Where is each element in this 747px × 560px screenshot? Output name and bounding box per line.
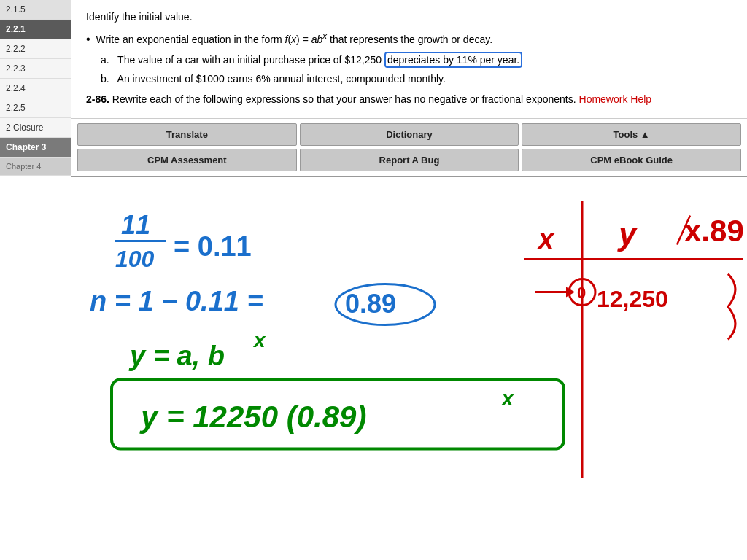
part-a-highlight: depreciates by 11% per year. (384, 52, 522, 68)
part-b-label: b. (101, 73, 115, 85)
cpm-assessment-button[interactable]: CPM Assessment (77, 149, 297, 171)
tools-button[interactable]: Tools ▲ (522, 123, 741, 146)
handwriting-n-equals: n = 1 − 0.11 = (90, 285, 263, 316)
sidebar-item-2.2.3[interactable]: 2.2.3 (0, 59, 71, 79)
sidebar-item-2.2.5[interactable]: 2.2.5 (0, 98, 71, 118)
handwriting-y-header: y (617, 215, 638, 251)
problem-86-text: Rewrite each of the following expression… (112, 93, 579, 105)
intro-text: Identify the initial value. (86, 9, 732, 25)
whiteboard-area: 11 100 = 0.11 n = 1 − 0.11 = 0.89 y = a,… (71, 177, 747, 560)
handwriting-12250: 12,250 (597, 285, 668, 311)
handwriting-11: 11 (121, 209, 150, 239)
bullet-text: Write an exponential equation in the for… (96, 29, 492, 47)
table-bracket (728, 273, 735, 339)
part-a-text: The value of a car with an initial purch… (117, 54, 384, 66)
bullet-item-1: • Write an exponential equation in the f… (86, 29, 732, 48)
ebook-guide-button[interactable]: CPM eBook Guide (522, 149, 741, 171)
bullet-symbol: • (86, 30, 90, 49)
part-b: b. An investment of $1000 earns 6% annua… (101, 71, 732, 87)
handwriting-x-header: x (537, 223, 555, 254)
handwriting-100: 100 (115, 245, 155, 271)
handwriting-0.89: 0.89 (345, 288, 396, 318)
part-a-label: a. (101, 54, 115, 66)
handwriting-equals-0.11: = 0.11 (174, 230, 252, 261)
problem-86: 2-86. Rewrite each of the following expr… (86, 91, 732, 107)
handwriting-y-equals-12250: y = 12250 (0.89) (139, 399, 366, 433)
sidebar-item-2.2.4[interactable]: 2.2.4 (0, 79, 71, 98)
handwriting-x-exp2: x (500, 386, 514, 409)
handwriting-zero: 0 (577, 283, 586, 301)
sidebar-item-chapter3[interactable]: Chapter 3 (0, 138, 71, 158)
textbook-area: Identify the initial value. • Write an e… (71, 0, 747, 119)
sidebar-item-chapter4[interactable]: Chapter 4 (0, 158, 71, 176)
main-content: Identify the initial value. • Write an e… (71, 0, 747, 560)
sidebar-item-2.1.5[interactable]: 2.1.5 (0, 0, 71, 20)
handwriting-x-exponent: x (252, 328, 266, 351)
sidebar-item-2closure[interactable]: 2 Closure (0, 118, 71, 138)
translate-button[interactable]: Translate (77, 123, 297, 146)
report-bug-button[interactable]: Report A Bug (300, 149, 519, 171)
part-b-text: An investment of $1000 earns 6% annual i… (117, 73, 446, 85)
part-a: a. The value of a car with an initial pu… (101, 52, 732, 68)
dictionary-button[interactable]: Dictionary (300, 123, 519, 146)
sidebar-item-2.2.1[interactable]: 2.2.1 (0, 20, 71, 39)
sidebar-item-2.2.2[interactable]: 2.2.2 (0, 39, 71, 59)
handwriting-x89: x.89 (684, 213, 744, 247)
handwriting-y-equals-ab: y = a, b (128, 340, 225, 370)
homework-link[interactable]: Homework Help (579, 93, 652, 105)
problem-86-number: 2-86. (86, 93, 109, 105)
toolbar: Translate Dictionary Tools ▲ CPM Assessm… (71, 119, 747, 177)
handwriting-svg: 11 100 = 0.11 n = 1 − 0.11 = 0.89 y = a,… (71, 177, 747, 560)
sidebar: 2.1.5 2.2.1 2.2.2 2.2.3 2.2.4 2.2.5 2 Cl… (0, 0, 71, 560)
